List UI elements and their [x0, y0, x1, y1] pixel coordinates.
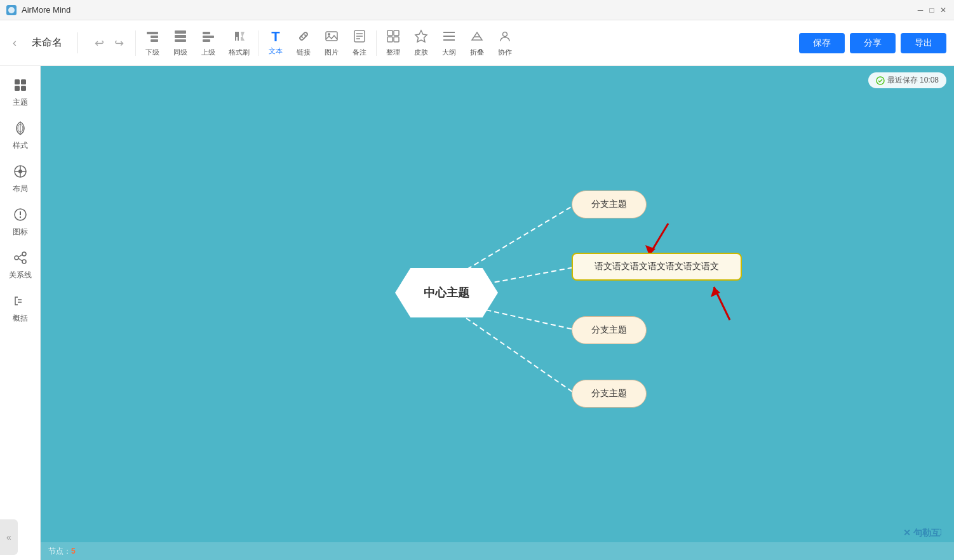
sidebar-item-layout[interactable]: 布局 [3, 157, 38, 201]
branch-node-1[interactable]: 分支主题 [572, 190, 647, 218]
svg-marker-24 [472, 32, 482, 40]
arrange-label: 整理 [386, 48, 400, 57]
svg-rect-4 [175, 30, 186, 34]
svg-point-34 [18, 170, 22, 173]
svg-rect-5 [175, 35, 186, 38]
upper-label: 上级 [201, 48, 215, 57]
svg-rect-9 [203, 39, 210, 42]
relation-label: 关系线 [9, 270, 32, 281]
svg-rect-1 [147, 32, 158, 34]
share-button[interactable]: 分享 [850, 33, 896, 53]
svg-point-0 [8, 7, 15, 13]
svg-rect-17 [394, 30, 399, 36]
title-bar-left: AirMore Mind [6, 5, 71, 15]
center-node[interactable]: 中心主题 [395, 268, 498, 317]
toolbar-upper[interactable]: 上级 [194, 25, 222, 61]
svg-rect-6 [175, 39, 186, 42]
link-icon [297, 29, 311, 45]
toolbar-format[interactable]: 格式刷 [222, 25, 256, 61]
upper-icon [201, 29, 215, 45]
sidebar-item-style[interactable]: 样式 [3, 114, 38, 157]
arrange-icon [386, 29, 400, 45]
app-title: AirMore Mind [22, 5, 71, 15]
status-count: 5 [71, 547, 76, 556]
toolbar-lower[interactable]: 下级 [138, 25, 166, 61]
sidebar-item-relation[interactable]: 关系线 [3, 244, 38, 287]
svg-rect-28 [21, 79, 26, 84]
image-icon [325, 29, 339, 45]
collab-label: 协作 [498, 48, 512, 57]
mindmap-svg [41, 66, 954, 560]
status-label: 节点： [48, 546, 71, 557]
redo-button[interactable]: ↪ [111, 34, 128, 53]
sidebar-toggle[interactable]: « [0, 519, 18, 555]
branch-node-1-text: 分支主题 [591, 199, 627, 210]
watermark-logo: ✕ 句勒互联 [903, 526, 941, 540]
export-button[interactable]: 导出 [901, 33, 946, 53]
toolbar-collab[interactable]: 协作 [491, 25, 519, 61]
svg-point-26 [503, 32, 507, 36]
app-icon [6, 5, 17, 15]
toolbar-image[interactable]: 图片 [318, 25, 346, 61]
skin-icon [414, 29, 428, 45]
toolbar-note[interactable]: 备注 [346, 25, 373, 61]
svg-rect-29 [15, 86, 20, 91]
collab-icon [498, 29, 512, 45]
branch-node-3-text: 分支主题 [591, 388, 627, 399]
branch-node-2[interactable]: 分支主题 [572, 316, 647, 344]
svg-rect-18 [387, 37, 393, 42]
svg-rect-8 [203, 36, 214, 38]
theme-icon [13, 77, 28, 95]
back-button[interactable]: ‹ [8, 32, 22, 53]
relation-icon [13, 250, 28, 267]
sidebar-item-summary[interactable]: 概括 [3, 287, 38, 330]
svg-rect-16 [387, 30, 393, 36]
watermark: ✕ 句勒互联 [903, 526, 941, 540]
save-button[interactable]: 保存 [799, 33, 845, 53]
canvas-area[interactable]: 最近保存 10:08 中心主题 分支主 [41, 66, 954, 560]
branch-node-3[interactable]: 分支主题 [572, 380, 647, 408]
toolbar-link[interactable]: 链接 [290, 25, 318, 61]
layout-icon [13, 164, 28, 181]
collapse-icon [470, 29, 484, 45]
svg-rect-2 [151, 36, 158, 38]
style-icon [13, 121, 28, 138]
svg-line-45 [18, 255, 22, 257]
outline-icon [442, 29, 456, 45]
sidebar-item-theme[interactable]: 主题 [3, 71, 38, 114]
note-icon [353, 29, 366, 45]
undo-button[interactable]: ↩ [91, 34, 108, 53]
toolbar-arrange[interactable]: 整理 [379, 25, 407, 61]
minimize-button[interactable]: ─ [916, 6, 925, 15]
toolbar-skin[interactable]: 皮肤 [407, 25, 435, 61]
outline-label: 大纲 [442, 48, 456, 57]
lower-icon [145, 29, 159, 45]
toolbar-same[interactable]: 同级 [166, 25, 194, 61]
svg-point-41 [19, 217, 20, 218]
editing-node[interactable]: 语文语文语文语文语文语文语文 [572, 253, 742, 281]
link-label: 链接 [297, 48, 311, 57]
toolbar-outline[interactable]: 大纲 [435, 25, 463, 61]
svg-point-44 [22, 260, 26, 263]
maximize-button[interactable]: □ [927, 6, 936, 15]
toolbar-text[interactable]: T 文本 [262, 26, 290, 60]
window-controls[interactable]: ─ □ ✕ [916, 6, 948, 15]
close-button[interactable]: ✕ [939, 6, 948, 15]
main-layout: 主题 样式 布局 图标 关系线 [0, 66, 954, 560]
lower-label: 下级 [145, 48, 159, 57]
branch-node-2-text: 分支主题 [591, 324, 627, 336]
toolbar-separator-3 [376, 30, 377, 56]
theme-label: 主题 [13, 97, 28, 108]
sidebar-item-icon[interactable]: 图标 [3, 201, 38, 244]
title-bar: AirMore Mind ─ □ ✕ [0, 0, 954, 20]
connection-line-3 [446, 304, 574, 393]
status-bar: 节点： 5 [41, 542, 954, 560]
svg-line-46 [18, 258, 22, 261]
center-node-text: 中心主题 [424, 285, 469, 300]
toolbar-collapse[interactable]: 折叠 [463, 25, 491, 61]
collapse-label: 折叠 [470, 48, 484, 57]
toolbar: ‹ 未命名 ↩ ↪ 下级 同级 上级 格式刷 T 文本 [0, 20, 954, 66]
svg-point-11 [328, 33, 330, 36]
document-name[interactable]: 未命名 [27, 36, 67, 50]
text-icon: T [271, 30, 279, 44]
